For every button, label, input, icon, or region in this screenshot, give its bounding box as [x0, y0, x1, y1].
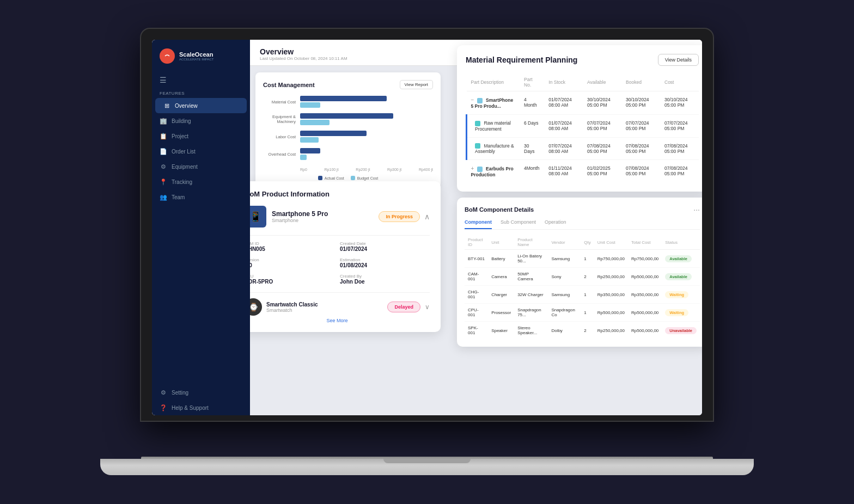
bom-id-label: BoM ID	[250, 241, 334, 246]
comp-product-name: Stereo Speaker...	[514, 322, 548, 340]
comp-unit-cost: Rp250,000,00	[594, 322, 628, 340]
mrp-cost: 30/10/2024 05:00 PM	[660, 91, 699, 115]
bom-component-card: BoM Component Details ··· Component Sub …	[457, 198, 702, 347]
sidebar-item-team[interactable]: 👥 Team	[152, 189, 250, 205]
overhead-budget-bar	[300, 155, 307, 160]
col-product-id: Product ID	[465, 235, 488, 250]
sidebar-item-setting[interactable]: ⚙ Setting	[152, 385, 250, 400]
screen-content: ScaleOcean ACCELERATE IMPACT ☰ FEATURES …	[152, 40, 702, 415]
second-product-image: ⌚	[250, 298, 262, 316]
mrp-available: 30/10/2024 05:00 PM	[583, 91, 621, 115]
comp-unit-cost: Rp250,000,00	[594, 268, 628, 286]
comp-product-name: 50MP Camera	[514, 268, 548, 286]
cost-bar-equipment: Equipment & Machinery	[263, 113, 433, 125]
mrp-part-no: 6 Days	[520, 114, 544, 137]
mrp-header: Material Requirement Planning View Detai…	[466, 54, 699, 66]
logo-name: ScaleOcean	[179, 51, 213, 58]
view-report-button[interactable]: View Report	[400, 80, 433, 89]
mrp-table: Part Description Part No. In Stock Avail…	[466, 73, 699, 183]
comp-vendor: Dolby	[548, 322, 581, 340]
sidebar-item-overview[interactable]: ⊞ Overview	[155, 98, 247, 113]
mrp-row: + Earbuds Pro Production 4Month 01/11/20…	[467, 160, 699, 183]
see-more-row: ⌚ Smartwatch Classic Smartwatch Delayed …	[250, 292, 430, 316]
cost-management-card: Cost Management View Report Material Cos…	[255, 72, 441, 188]
bom-product-card: BoM Product Information 📱 Smartphone 5 P…	[250, 181, 441, 332]
mrp-in-stock: 01/07/2024 08:00 AM	[544, 91, 583, 115]
mrp-available: 01/02/2025 05:00 PM	[583, 160, 621, 183]
logo-tagline: ACCELERATE IMPACT	[179, 58, 213, 61]
mrp-in-stock: 07/07/2024 08:00 AM	[544, 137, 583, 160]
equipment-budget-bar	[300, 120, 330, 125]
created-date-label: Created Date	[340, 241, 430, 246]
version-value: 1.0	[250, 262, 334, 268]
col-total-cost: Total Cost	[628, 235, 662, 250]
bom-id-field: BoM ID PHN005	[250, 241, 334, 252]
hamburger-icon[interactable]: ☰	[152, 72, 250, 88]
sku-field: SKU RDR-5PRO	[250, 274, 334, 285]
comp-vendor: Samsung	[548, 286, 581, 304]
product-row: 📱 Smartphone 5 Pro Smartphone In Progres…	[250, 206, 430, 228]
comp-total-cost: Rp500,000,00	[628, 268, 662, 286]
overhead-cost-label: Overhead Cost	[263, 152, 296, 157]
col-available: Available	[583, 73, 621, 91]
sidebar-item-help[interactable]: ❓ Help & Support	[152, 400, 250, 415]
product-image: 📱	[250, 206, 266, 228]
mrp-row: Manufacture & Assembly 30 Days 07/07/202…	[467, 137, 699, 160]
expand-icon[interactable]: ∧	[424, 212, 430, 221]
comp-qty: 1	[581, 286, 594, 304]
product-type: Smartphone	[272, 218, 328, 223]
labor-actual-bar	[300, 131, 367, 136]
col-product-name: Product Name	[514, 235, 548, 250]
mrp-part-desc: Raw material Procurement	[467, 114, 520, 137]
more-button[interactable]: ···	[693, 205, 700, 214]
sidebar-item-building[interactable]: 🏢 Building	[152, 113, 250, 128]
sidebar-item-tracking[interactable]: 📍 Tracking	[152, 174, 250, 189]
created-by-value: John Doe	[340, 279, 430, 285]
sidebar-item-project[interactable]: 📋 Project	[152, 128, 250, 144]
sidebar-item-equipment[interactable]: ⚙ Equipment	[152, 159, 250, 174]
mrp-part-desc: Manufacture & Assembly	[467, 137, 520, 160]
second-expand-icon[interactable]: ∨	[425, 303, 430, 311]
second-product: ⌚ Smartwatch Classic Smartwatch	[250, 298, 383, 316]
laptop-shell: ScaleOcean ACCELERATE IMPACT ☰ FEATURES …	[100, 29, 754, 475]
see-more-link[interactable]: See More	[250, 318, 430, 323]
overview-icon: ⊞	[163, 102, 170, 109]
mrp-header-row: Part Description Part No. In Stock Avail…	[467, 73, 699, 91]
view-details-button[interactable]: View Details	[658, 54, 699, 66]
comp-vendor: Samsung	[548, 250, 581, 268]
mrp-part-no: 30 Days	[520, 137, 544, 160]
comp-unit: Charger	[488, 286, 514, 304]
comp-unit: Speaker	[488, 322, 514, 340]
tab-operation[interactable]: Operation	[545, 219, 566, 229]
labor-cost-label: Labor Cost	[263, 134, 296, 139]
col-booked: Booked	[621, 73, 660, 91]
mrp-title: Material Requirement Planning	[466, 56, 577, 64]
comp-product-name: 32W Charger	[514, 286, 548, 304]
second-product-name: Smartwatch Classic	[266, 302, 318, 308]
col-part-desc: Part Description	[467, 73, 520, 91]
actual-dot	[318, 176, 322, 180]
sidebar-item-label: Setting	[172, 390, 188, 396]
mrp-card: Material Requirement Planning View Detai…	[457, 45, 702, 192]
tab-sub-component[interactable]: Sub Component	[501, 219, 536, 229]
mrp-part-desc: − SmartPhone 5 Pro Produ...	[467, 91, 520, 115]
tab-component[interactable]: Component	[465, 219, 492, 229]
budget-label: Budget Cost	[357, 176, 379, 180]
col-unit: Unit	[488, 235, 514, 250]
comp-vendor: Sony	[548, 268, 581, 286]
features-label: FEATURES	[152, 88, 250, 98]
component-row: SPK-001 Speaker Stereo Speaker... Dolby …	[465, 322, 700, 340]
team-icon: 👥	[160, 193, 167, 201]
comp-product-id: BTY-001	[465, 250, 488, 268]
bom-product-title: BoM Product Information	[250, 190, 430, 198]
mrp-available: 07/07/2024 05:00 PM	[583, 114, 621, 137]
budget-dot	[351, 176, 355, 180]
mrp-part-no: 4Month	[520, 160, 544, 183]
sidebar-item-order-list[interactable]: 📄 Order List	[152, 144, 250, 159]
sidebar-item-label: Order List	[172, 149, 196, 155]
building-icon: 🏢	[160, 117, 167, 125]
col-status: Status	[662, 235, 700, 250]
logo-text-block: ScaleOcean ACCELERATE IMPACT	[179, 51, 213, 61]
comp-total-cost: Rp500,000,00	[628, 304, 662, 322]
col-vendor: Vendor	[548, 235, 581, 250]
